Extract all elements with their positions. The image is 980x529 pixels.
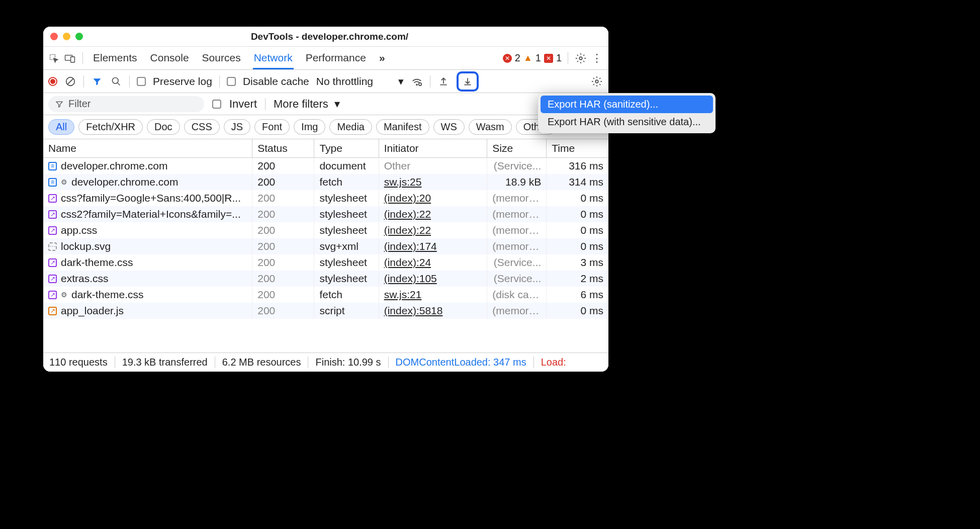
request-name: dark-theme.css [61,256,133,269]
inspect-icon[interactable] [47,52,60,65]
chip-media[interactable]: Media [329,119,372,135]
request-size: (Service... [487,254,547,271]
request-initiator: (index):22 [379,206,487,222]
col-status[interactable]: Status [252,139,314,158]
request-time: 3 ms [547,254,608,271]
more-filters-dropdown[interactable]: More filters ▾ [274,98,340,111]
svg-point-8 [595,80,598,83]
filter-input[interactable]: Filter [48,96,204,112]
network-settings-icon[interactable] [590,75,603,88]
request-status: 200 [252,271,314,287]
request-type: stylesheet [314,254,379,271]
traffic-lights [50,33,83,40]
network-conditions-icon[interactable] [411,75,423,87]
window-title: DevTools - developer.chrome.com/ [83,31,601,42]
chip-fetch[interactable]: Fetch/XHR [78,119,143,135]
request-name: extras.css [61,273,109,285]
request-size: (Service... [487,271,547,287]
request-size: (memory ... [487,206,547,222]
table-row[interactable]: ↗extras.css 200 stylesheet (index):105 (… [43,271,608,287]
table-row[interactable]: ↗css2?family=Material+Icons&family=... 2… [43,206,608,222]
col-time[interactable]: Time [547,139,608,158]
col-name[interactable]: Name [43,139,252,158]
error-badge-icon[interactable]: ✕ [503,54,512,63]
tab-performance[interactable]: Performance [305,47,367,69]
requests-table: Name Status Type Initiator Size Time ≡de… [43,139,608,319]
request-time: 0 ms [547,238,608,254]
menu-export-sensitive[interactable]: Export HAR (with sensitive data)... [541,113,713,131]
tab-elements[interactable]: Elements [92,47,138,69]
filter-icon[interactable] [91,75,103,87]
warning-count[interactable]: 1 [536,52,541,64]
more-menu-icon[interactable]: ⋮ [590,52,603,65]
request-type: script [314,303,379,319]
chip-img[interactable]: Img [294,119,325,135]
table-row[interactable]: ≡⚙developer.chrome.com 200 fetch sw.js:2… [43,174,608,190]
device-toggle-icon[interactable] [63,52,76,65]
settings-gear-icon[interactable] [574,52,587,65]
export-har-button[interactable] [457,71,479,92]
request-status: 200 [252,174,314,190]
close-button[interactable] [50,33,58,40]
main-tabbar: Elements Console Sources Network Perform… [43,47,608,70]
request-status: 200 [252,222,314,238]
service-worker-gear-icon: ⚙ [61,291,67,299]
invert-label[interactable]: Invert [229,98,257,111]
chip-all[interactable]: All [48,119,74,135]
request-time: 6 ms [547,287,608,303]
disable-cache-checkbox[interactable] [227,77,236,86]
request-type: stylesheet [314,222,379,238]
request-time: 0 ms [547,303,608,319]
disable-cache-label[interactable]: Disable cache [243,75,309,87]
table-row[interactable]: ≡developer.chrome.com 200 document Other… [43,158,608,174]
request-type: stylesheet [314,271,379,287]
request-name: lockup.svg [61,240,111,252]
status-requests: 110 requests [49,357,115,368]
devtools-window: DevTools - developer.chrome.com/ Element… [43,27,608,372]
col-initiator[interactable]: Initiator [379,139,487,158]
table-row[interactable]: ↗app.css 200 stylesheet (index):22 (memo… [43,222,608,238]
import-har-icon[interactable] [437,75,450,87]
table-row[interactable]: ↗⚙dark-theme.css 200 fetch sw.js:21 (dis… [43,287,608,303]
preserve-log-label[interactable]: Preserve log [153,75,212,87]
error-count[interactable]: 2 [515,52,520,64]
chip-wasm[interactable]: Wasm [469,119,512,135]
invert-checkbox[interactable] [212,100,221,109]
request-time: 0 ms [547,190,608,206]
request-size: 18.9 kB [487,174,547,190]
preserve-log-checkbox[interactable] [137,77,146,86]
table-row[interactable]: ↗css?family=Google+Sans:400,500|R... 200… [43,190,608,206]
titlebar[interactable]: DevTools - developer.chrome.com/ [43,27,608,47]
request-name: css2?family=Material+Icons&family=... [61,208,241,220]
warning-badge-icon[interactable]: ▲ [523,53,532,63]
chip-css[interactable]: CSS [184,119,220,135]
issue-badge-icon[interactable]: ✕ [544,54,553,63]
chevron-down-icon: ▾ [398,75,404,87]
table-row[interactable]: ⋯lockup.svg 200 svg+xml (index):174 (mem… [43,238,608,254]
search-icon[interactable] [110,75,122,87]
request-size: (disk cac... [487,287,547,303]
clear-icon[interactable] [64,75,76,87]
chip-doc[interactable]: Doc [147,119,180,135]
table-row[interactable]: ↗app_loader.js 200 script (index):5818 (… [43,303,608,319]
chip-manifest[interactable]: Manifest [376,119,429,135]
menu-export-sanitized[interactable]: Export HAR (sanitized)... [541,96,713,113]
request-status: 200 [252,287,314,303]
tabs-overflow[interactable]: » [378,47,386,69]
request-initiator: sw.js:25 [379,174,487,190]
chip-font[interactable]: Font [254,119,290,135]
tab-sources[interactable]: Sources [201,47,242,69]
issue-count[interactable]: 1 [556,52,562,64]
record-button[interactable] [48,77,57,86]
maximize-button[interactable] [75,33,83,40]
table-row[interactable]: ↗dark-theme.css 200 stylesheet (index):2… [43,254,608,271]
col-type[interactable]: Type [314,139,379,158]
tab-network[interactable]: Network [253,47,294,69]
minimize-button[interactable] [63,33,70,40]
chip-js[interactable]: JS [224,119,250,135]
col-size[interactable]: Size [487,139,547,158]
throttling-select[interactable]: No throttling ▾ [316,75,404,87]
chip-ws[interactable]: WS [433,119,465,135]
tab-console[interactable]: Console [149,47,190,69]
svg-rect-2 [71,56,75,62]
